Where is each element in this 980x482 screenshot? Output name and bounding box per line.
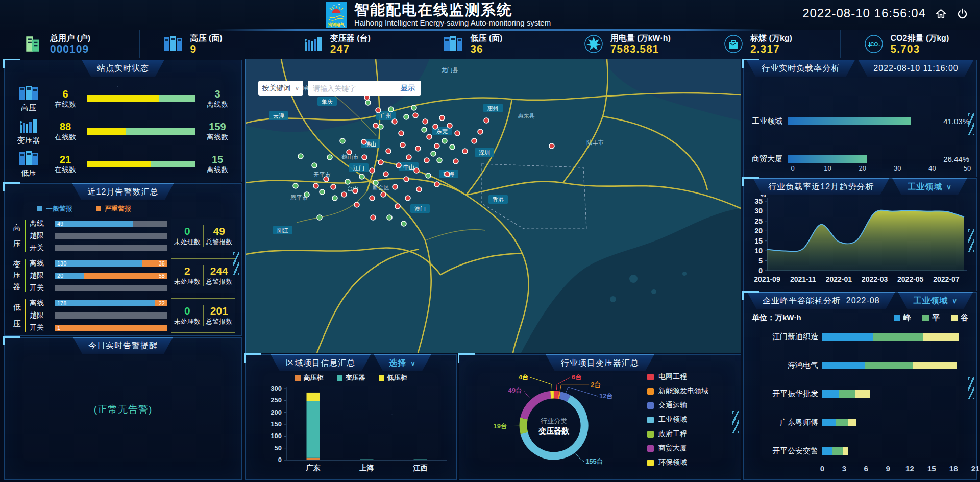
map-marker-red[interactable] [478,129,483,134]
map-marker-red[interactable] [416,187,422,192]
map-marker-red[interactable] [395,204,400,209]
home-icon[interactable] [934,7,947,20]
map-marker-red[interactable] [439,115,445,120]
map-marker-red[interactable] [313,183,318,188]
map-marker-green[interactable] [442,138,447,143]
alarm-legend: 一般警报严重警报 [37,204,131,213]
map-marker-red[interactable] [347,150,352,155]
map-marker-red[interactable] [370,168,375,173]
map-marker-green[interactable] [293,183,298,188]
map-marker-red[interactable] [376,108,381,113]
map-marker-red[interactable] [455,131,460,136]
map-marker-green[interactable] [373,180,378,185]
map-marker-red[interactable] [549,143,554,149]
map-marker-red[interactable] [433,124,438,129]
map-marker-red[interactable] [413,113,418,118]
map-marker-red[interactable] [399,131,404,136]
map-marker-green[interactable] [332,196,337,201]
map-marker-red[interactable] [386,149,391,154]
power-icon[interactable] [955,7,969,20]
map-marker-red[interactable] [393,184,398,189]
map-marker-red[interactable] [453,159,458,164]
map-marker-green[interactable] [388,107,394,112]
map-marker-red[interactable] [373,123,378,128]
alarm-bar-severe: 1 [55,325,167,331]
map-marker-red[interactable] [414,168,419,173]
map-marker-red[interactable] [415,146,421,151]
alarm-bar-normal: 49 [55,221,133,227]
map-marker-red[interactable] [406,155,411,160]
alarm-row-label: 开关 [30,323,51,332]
map-marker-red[interactable] [392,119,397,124]
map-marker-red[interactable] [353,188,358,194]
map-marker-red[interactable] [378,160,383,165]
map-marker-green[interactable] [431,151,436,156]
svg-text:2022-07: 2022-07 [933,275,960,283]
map-marker-red[interactable] [423,119,428,124]
alarm-bar-value: 49 [57,221,63,227]
map-search-input[interactable] [308,81,400,96]
map-marker-green[interactable] [378,124,383,129]
map-marker-red[interactable] [434,143,439,149]
map-marker-green[interactable] [317,215,322,220]
region-legend-item: 低压柜 [379,373,407,382]
map-marker-green[interactable] [340,138,345,143]
map-marker-green[interactable] [327,155,332,160]
map-marker-green[interactable] [320,189,325,195]
offline-bar-segment [126,128,195,135]
map-marker-green[interactable] [401,221,406,226]
map-marker-red[interactable] [400,142,405,148]
legend-swatch-icon [647,445,654,452]
map-marker-red[interactable] [424,158,429,163]
map-marker-red[interactable] [405,196,410,201]
map-marker-green[interactable] [426,173,431,178]
map-marker-red[interactable] [341,192,347,197]
map-marker-green[interactable] [437,158,442,163]
map-marker-green[interactable] [450,144,455,150]
map-marker-red[interactable] [361,139,366,144]
map-marker-red[interactable] [447,123,452,128]
co2-icon: CO₂ [863,33,885,55]
map-marker-green[interactable] [422,127,427,132]
map-marker-red[interactable] [370,196,375,201]
map-marker-red[interactable] [331,184,336,189]
svg-text:澳门: 澳门 [414,206,426,212]
map-keyword-select[interactable]: 按关键词∨ [258,81,303,96]
map-marker-red[interactable] [371,215,376,220]
alarm-row-label: 开关 [30,244,51,253]
stat-item-3: 低压 (面)36 [420,30,559,58]
region-bar-chart: 050100150200250300广东上海江西 [246,383,456,476]
map-marker-red[interactable] [434,182,439,187]
map-marker-red[interactable] [362,155,367,160]
edge-decoration [968,229,974,252]
map-marker-red[interactable] [354,202,359,207]
map-marker-red[interactable] [462,149,468,154]
map-marker-red[interactable] [472,138,477,143]
users-building-icon [22,33,44,55]
map-marker-green[interactable] [298,154,303,159]
map-marker-green[interactable] [304,192,309,197]
map-marker-red[interactable] [383,172,388,177]
map-marker-green[interactable] [365,100,371,105]
map-marker-red[interactable] [381,192,386,197]
map-marker-green[interactable] [312,163,317,168]
map-marker-green[interactable] [345,179,350,184]
stat-label: 标煤 (万kg) [750,33,792,43]
trend-industry-selector[interactable]: 工业领域∨ [892,178,967,195]
map-marker-green[interactable] [404,114,409,119]
map-marker-green[interactable] [411,105,416,110]
map-marker-green[interactable] [359,174,364,179]
map-marker-green[interactable] [387,215,392,220]
datetime: 2022-08-10 16:56:04 [802,6,926,20]
map-marker-red[interactable] [396,163,401,168]
map-canvas[interactable]: 惠州广州东莞深圳香港珠海澳门中山江门佛山肇庆云浮阳江台山新会区惠东县龙门县四会市… [246,59,741,353]
map-marker-red[interactable] [427,134,432,139]
map-marker-red[interactable] [324,177,329,182]
alarm-row: 开关 [30,243,167,253]
map-marker-red[interactable] [445,172,450,177]
map-marker-red[interactable] [404,177,409,182]
map-marker-red[interactable] [484,118,489,123]
map-show-button[interactable]: 显示 [395,81,421,96]
pv-industry-selector[interactable]: 工业领域∨ [898,292,973,309]
region-selector[interactable]: 选择∨ [374,354,431,371]
